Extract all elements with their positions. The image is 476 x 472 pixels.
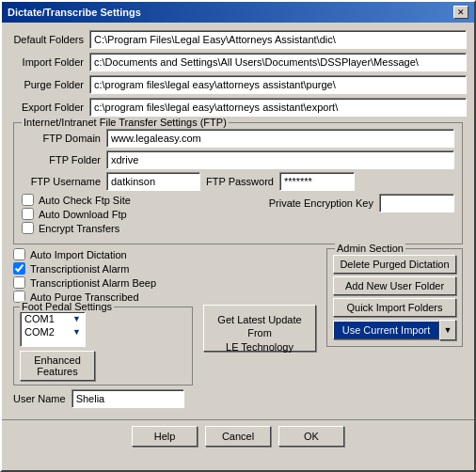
ftp-username-input[interactable] (106, 172, 200, 191)
com2-arrow: ▼ (72, 327, 81, 337)
ftp-password-label: FTP Password (200, 176, 279, 187)
encrypt-transfers-checkbox[interactable] (22, 222, 34, 234)
ftp-password-input[interactable] (279, 172, 355, 191)
auto-import-label: Auto Import Dictation (30, 249, 127, 260)
ftp-domain-row: FTP Domain (22, 129, 454, 148)
ftp-lower: Auto Check Ftp Site Auto Download Ftp En… (22, 194, 454, 236)
transcriptionist-alarm-row: Transcriptionist Alarm (13, 262, 193, 275)
ftp-checkboxes: Auto Check Ftp Site Auto Download Ftp En… (22, 194, 260, 236)
user-name-label: User Name (13, 393, 71, 404)
alarm-beep-checkbox[interactable] (13, 276, 25, 289)
transcriptionist-alarm-label: Transcriptionist Alarm (30, 263, 129, 275)
enc-key-section: Private Encryption Key (260, 194, 454, 212)
use-current-arrow-button[interactable]: ▼ (439, 320, 456, 340)
admin-group: Admin Section Delete Purged Dictation Ad… (326, 248, 463, 347)
alarm-beep-label: Transcriptionist Alarm Beep (30, 277, 156, 289)
left-lower: Auto Import Dictation Transcriptionist A… (13, 248, 193, 408)
ftp-domain-label: FTP Domain (22, 133, 106, 144)
title-bar: Dictate/Transcribe Settings ✕ (2, 2, 474, 23)
default-folders-label: Default Folders (9, 34, 89, 45)
lower-section: Auto Import Dictation Transcriptionist A… (9, 248, 467, 408)
ftp-username-label: FTP Username (22, 176, 106, 187)
list-item[interactable]: COM2 ▼ (21, 325, 85, 338)
list-item[interactable]: COM1 ▼ (21, 312, 85, 325)
enhanced-features-button[interactable]: Enhanced Features (20, 351, 95, 381)
com1-arrow: ▼ (72, 314, 81, 323)
use-current-import-button[interactable]: Use Current Import (333, 321, 439, 339)
auto-download-ftp-label: Auto Download Ftp (39, 209, 127, 220)
alarm-beep-row: Transcriptionist Alarm Beep (13, 276, 193, 289)
default-folders-input[interactable] (89, 30, 467, 49)
content-area: Default Folders Import Folder Purge Fold… (2, 23, 474, 416)
import-folder-label: Import Folder (9, 56, 89, 68)
cancel-button[interactable]: Cancel (205, 426, 271, 447)
quick-import-button[interactable]: Quick Import Folders (333, 298, 456, 317)
purge-folder-label: Purge Folder (9, 79, 89, 90)
purge-folder-input[interactable] (89, 75, 467, 94)
help-button[interactable]: Help (132, 426, 198, 447)
title-bar-buttons: ✕ (453, 6, 468, 19)
auto-download-ftp-row: Auto Download Ftp (22, 208, 260, 220)
auto-import-checkbox[interactable] (13, 248, 25, 260)
enc-key-input[interactable] (379, 194, 454, 212)
auto-check-ftp-row: Auto Check Ftp Site (22, 194, 260, 206)
ftp-folder-label: FTP Folder (22, 154, 106, 165)
ftp-group: Internet/Intranet File Transfer Settings… (13, 122, 463, 244)
foot-pedal-group: Foot Pedal Settings COM1 ▼ COM2 ▼ (13, 307, 193, 385)
admin-section-title: Admin Section (335, 243, 405, 254)
middle-lower: Get Latest Update FromLE Technology (198, 248, 321, 408)
ftp-folder-row: FTP Folder (22, 150, 454, 169)
com1-label: COM1 (24, 313, 55, 324)
close-button[interactable]: ✕ (453, 6, 468, 19)
ftp-username-row: FTP Username FTP Password (22, 172, 454, 191)
foot-pedal-title: Foot Pedal Settings (20, 301, 114, 312)
update-button[interactable]: Get Latest Update FromLE Technology (203, 305, 316, 352)
ftp-group-title: Internet/Intranet File Transfer Settings… (22, 117, 229, 128)
export-folder-row: Export Folder (9, 98, 467, 117)
import-folder-row: Import Folder (9, 53, 467, 71)
auto-check-ftp-checkbox[interactable] (22, 194, 34, 206)
ok-button[interactable]: OK (278, 426, 344, 447)
ftp-domain-input[interactable] (106, 129, 454, 148)
foot-pedal-listbox[interactable]: COM1 ▼ COM2 ▼ (20, 311, 86, 347)
encrypt-transfers-row: Encrypt Transfers (22, 222, 260, 234)
window-title: Dictate/Transcribe Settings (8, 7, 141, 18)
enc-key-label: Private Encryption Key (269, 197, 373, 209)
auto-download-ftp-checkbox[interactable] (22, 208, 34, 220)
add-user-folder-button[interactable]: Add New User Folder (333, 276, 456, 295)
ftp-folder-input[interactable] (106, 150, 454, 169)
user-name-row: User Name (13, 389, 193, 408)
bottom-bar: Help Cancel OK (2, 419, 474, 452)
export-folder-label: Export Folder (9, 102, 89, 113)
export-folder-input[interactable] (89, 98, 467, 117)
right-lower: Admin Section Delete Purged Dictation Ad… (326, 248, 463, 408)
transcriptionist-alarm-checkbox[interactable] (13, 262, 25, 275)
auto-import-row: Auto Import Dictation (13, 248, 193, 260)
user-name-input[interactable] (71, 389, 184, 408)
auto-check-ftp-label: Auto Check Ftp Site (39, 195, 131, 206)
purge-folder-row: Purge Folder (9, 75, 467, 94)
default-folders-row: Default Folders (9, 30, 467, 49)
use-current-row: Use Current Import ▼ (333, 320, 456, 340)
foot-pedal-content: COM1 ▼ COM2 ▼ (20, 311, 186, 347)
encrypt-transfers-label: Encrypt Transfers (39, 223, 119, 234)
com2-label: COM2 (24, 326, 55, 338)
main-window: Dictate/Transcribe Settings ✕ Default Fo… (0, 0, 476, 472)
delete-purged-button[interactable]: Delete Purged Dictation (333, 255, 456, 274)
import-folder-input[interactable] (89, 53, 467, 71)
